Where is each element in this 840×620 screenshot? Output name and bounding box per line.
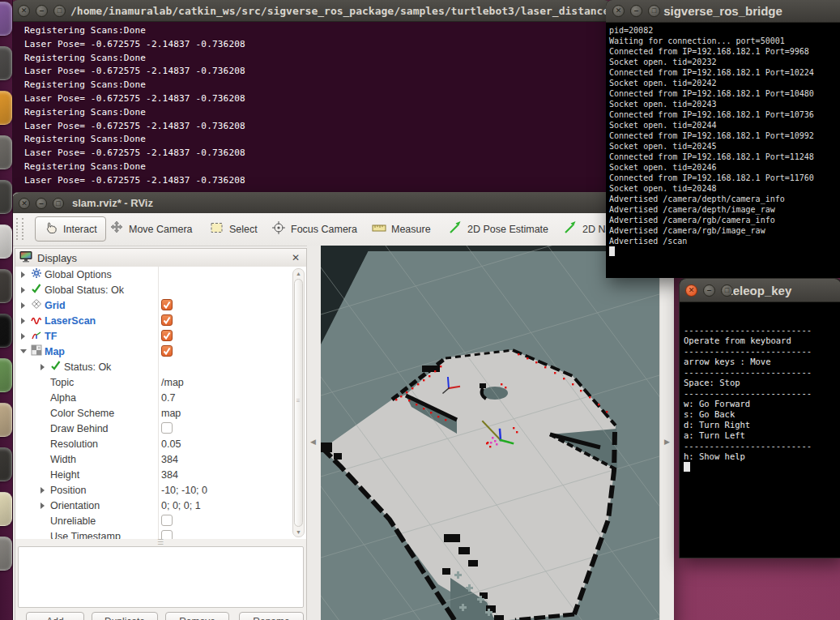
tree-value[interactable]: 384: [161, 469, 178, 481]
launcher-item-terminal-icon[interactable]: [0, 180, 12, 214]
tree-value[interactable]: 0.05: [161, 438, 181, 450]
tree-value[interactable]: /map: [161, 377, 184, 388]
launcher-item-terminal-2-icon[interactable]: [0, 447, 12, 481]
tree-row-status-ok[interactable]: Status: Ok: [15, 359, 306, 374]
3d-viewport[interactable]: [321, 246, 659, 620]
tree-row-color-scheme[interactable]: Color Schememap: [15, 405, 306, 421]
titlebar-laser[interactable]: ✕ ‒ □ /home/inamuralab/catkin_ws/src/sig…: [11, 0, 611, 22]
tool-interact-button[interactable]: Interact: [35, 216, 106, 242]
launcher-item-files-icon[interactable]: [0, 46, 12, 80]
checkbox-checked[interactable]: [161, 314, 173, 326]
titlebar-teleop[interactable]: ✕ ‒ □ teleop_key: [680, 279, 840, 302]
chevron-right-icon[interactable]: [19, 272, 31, 278]
launcher-item-update-manager-icon[interactable]: [0, 403, 12, 437]
tree-row-height[interactable]: Height384: [15, 467, 306, 482]
checkbox-unchecked[interactable]: [161, 422, 173, 434]
toolbar-grip[interactable]: [16, 218, 23, 240]
checkbox-unchecked[interactable]: [161, 515, 173, 526]
chevron-right-icon[interactable]: [19, 302, 31, 309]
scroll-down-icon[interactable]: ▼: [293, 529, 304, 535]
launcher-item-app-grey-icon[interactable]: [0, 135, 12, 169]
tool-select-button[interactable]: Select: [207, 216, 261, 242]
maximize-icon[interactable]: □: [53, 198, 64, 209]
collapse-right-icon[interactable]: ▶: [664, 438, 670, 446]
tree-row-laserscan[interactable]: LaserScan: [15, 313, 306, 328]
tree-row-tf[interactable]: TF: [15, 328, 306, 344]
launcher-item-white-app-icon[interactable]: [0, 224, 12, 259]
maximize-icon[interactable]: □: [53, 5, 66, 17]
terminal-output[interactable]: Registering Scans:DoneLaser Pose= -0.672…: [24, 24, 245, 188]
tree-row-orientation[interactable]: Orientation0; 0; 0; 1: [15, 498, 306, 513]
titlebar-rviz[interactable]: ✕ ‒ □ slam.rviz* - RViz: [12, 193, 672, 214]
minimize-icon[interactable]: ‒: [703, 284, 715, 297]
remove-button[interactable]: Remove: [165, 612, 229, 620]
tree-row-position[interactable]: Position-10; -10; 0: [15, 482, 306, 498]
terminal-line: Advertised /camera/rgb/camera_info: [609, 215, 814, 225]
add-button[interactable]: Add: [26, 612, 84, 620]
tree-row-grid[interactable]: Grid: [15, 297, 306, 313]
tree-row-width[interactable]: Width384: [15, 451, 306, 467]
displays-panel: Displays ✕ Global OptionsGlobal Status: …: [15, 248, 307, 620]
chevron-right-icon[interactable]: [19, 318, 31, 324]
tree-value[interactable]: map: [161, 408, 181, 419]
displays-panel-header[interactable]: Displays ✕: [15, 249, 306, 267]
tree-value[interactable]: 0.7: [161, 392, 175, 404]
collapse-left-icon[interactable]: ◀: [310, 438, 316, 446]
terminal-window-laser[interactable]: ✕ ‒ □ /home/inamuralab/catkin_ws/src/sig…: [11, 0, 611, 197]
launcher-item-screen-app-icon[interactable]: [0, 314, 12, 348]
close-icon[interactable]: ✕: [612, 5, 625, 17]
checkbox-checked[interactable]: [161, 345, 173, 357]
close-icon[interactable]: ✕: [685, 284, 697, 297]
minimize-icon[interactable]: ‒: [630, 5, 642, 17]
tree-row-draw-behind[interactable]: Draw Behind: [15, 421, 306, 436]
maximize-icon[interactable]: □: [648, 5, 660, 17]
duplicate-button[interactable]: Duplicate: [92, 612, 158, 620]
rename-button[interactable]: Rename: [239, 612, 304, 620]
launcher-item-software-center-icon[interactable]: [0, 91, 12, 125]
maximize-icon[interactable]: □: [721, 284, 733, 297]
tool-measure-button[interactable]: Measure: [369, 216, 434, 242]
launcher-item-document-icon[interactable]: [0, 492, 12, 526]
close-icon[interactable]: ✕: [19, 198, 30, 209]
rviz-window[interactable]: ✕ ‒ □ slam.rviz* - RViz InteractMove Cam…: [11, 192, 672, 620]
terminal-output[interactable]: -------------------------Operate from ke…: [684, 304, 812, 462]
minimize-icon[interactable]: ‒: [36, 198, 47, 209]
tree-value[interactable]: 0; 0; 0; 1: [161, 500, 201, 511]
tree-value[interactable]: -10; -10; 0: [161, 485, 207, 496]
terminal-line: -------------------------: [684, 441, 812, 451]
tool-label: Move Camera: [129, 224, 193, 235]
checkbox-checked[interactable]: [161, 330, 173, 341]
close-icon[interactable]: ✕: [18, 5, 30, 17]
tree-row-topic[interactable]: Topic/map: [15, 374, 306, 390]
terminal-window-bridge[interactable]: ✕ ‒ □ sigverse_ros_bridge pid=20082Waiti…: [606, 0, 840, 278]
tree-value[interactable]: 384: [161, 454, 178, 465]
scroll-up-icon[interactable]: ▲: [293, 271, 304, 276]
chevron-down-icon[interactable]: [19, 349, 31, 353]
tree-row-resolution[interactable]: Resolution0.05: [15, 436, 306, 451]
terminal-output[interactable]: pid=20082Waiting for connection... port=…: [609, 25, 814, 246]
chevron-right-icon[interactable]: [39, 487, 50, 494]
minimize-icon[interactable]: ‒: [36, 5, 48, 17]
launcher-item-archive-z-icon[interactable]: [0, 537, 12, 571]
tool-move-camera-button[interactable]: Move Camera: [106, 216, 196, 242]
checkbox-checked[interactable]: [161, 299, 173, 310]
scrollbar[interactable]: ▲ ≡ ▼: [292, 268, 305, 537]
tool-focus-camera-button[interactable]: Focus Camera: [268, 216, 360, 242]
tree-row-unreliable[interactable]: Unreliable: [15, 513, 306, 528]
titlebar-bridge[interactable]: ✕ ‒ □ sigverse_ros_bridge: [606, 0, 840, 23]
launcher-item-ubuntu-one-icon[interactable]: [0, 269, 12, 303]
terminal-window-teleop[interactable]: ✕ ‒ □ teleop_key -----------------------…: [679, 278, 840, 558]
tree-row-alpha[interactable]: Alpha0.7: [15, 390, 306, 405]
chevron-right-icon[interactable]: [19, 333, 31, 340]
tree-row-global-status-ok[interactable]: Global Status: Ok: [15, 282, 306, 297]
tree-row-map[interactable]: Map: [15, 344, 306, 359]
panel-splitter[interactable]: ☰: [15, 541, 306, 546]
tool-2d-pose-estimate-button[interactable]: 2D Pose Estimate: [445, 216, 552, 242]
chevron-right-icon[interactable]: [39, 364, 50, 370]
chevron-right-icon[interactable]: [39, 502, 50, 509]
chevron-right-icon[interactable]: [19, 287, 31, 293]
close-icon[interactable]: ✕: [289, 251, 302, 264]
tree-row-global-options[interactable]: Global Options: [15, 267, 306, 282]
launcher-item-dash-home-icon[interactable]: [0, 2, 12, 36]
launcher-item-photos-icon[interactable]: [0, 358, 12, 392]
